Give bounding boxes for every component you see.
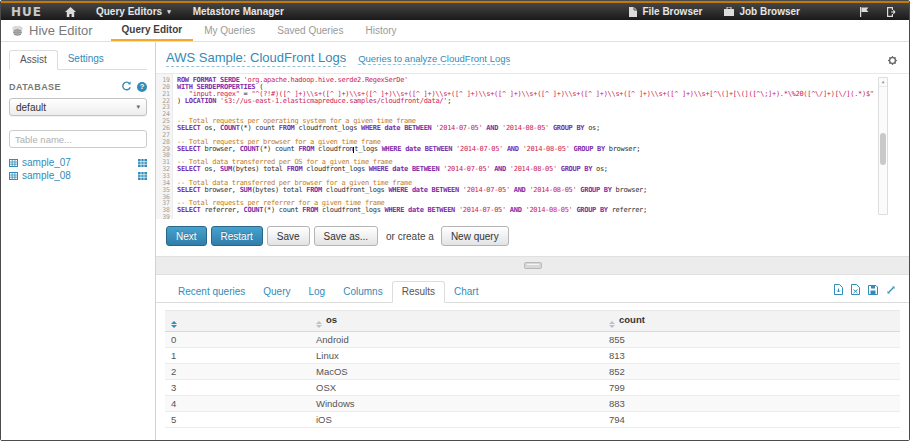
briefcase-icon — [724, 7, 734, 16]
table-filter-input[interactable] — [9, 130, 147, 148]
code-token: WHERE — [369, 165, 389, 173]
table-item-sample-07[interactable]: sample_07 — [9, 156, 147, 169]
results-table-body: 0Android8551Linux8132MacOS8523OSX7994Win… — [165, 332, 900, 428]
tab-saved-queries[interactable]: Saved Queries — [266, 20, 354, 41]
table-cell: 4 — [165, 396, 310, 412]
nav-file-browser[interactable]: File Browser — [618, 3, 713, 20]
restart-button[interactable]: Restart — [211, 226, 263, 246]
nav-query-editors[interactable]: Query Editors ▾ — [85, 3, 182, 20]
code-token: os; — [592, 165, 608, 173]
code-token: 's3://us-east-1.elasticmapreduce.samples… — [220, 97, 447, 105]
code-token: cloudfront_logs — [322, 186, 389, 194]
query-title[interactable]: AWS Sample: CloudFront Logs — [166, 50, 346, 67]
tab-my-queries[interactable]: My Queries — [193, 20, 266, 41]
tab-chart[interactable]: Chart — [445, 282, 487, 302]
code-line[interactable]: SELECT referrer, COUNT(*) count FROM clo… — [177, 207, 909, 214]
tab-log[interactable]: Log — [300, 282, 335, 302]
table-row[interactable]: 4Windows883 — [165, 396, 900, 412]
content-area: Assist Settings DATABASE ? default ▾ sam… — [1, 42, 909, 440]
code-token: AND — [494, 165, 506, 173]
tab-recent-queries[interactable]: Recent queries — [169, 282, 254, 302]
tab-query-editor[interactable]: Query Editor — [111, 20, 194, 41]
column-header-os[interactable]: os — [310, 311, 603, 332]
table-list: sample_07 sample_08 — [9, 156, 147, 182]
scrollbar-thumb[interactable] — [880, 133, 886, 165]
code-token: os, — [201, 165, 221, 173]
or-create-label: or create a — [386, 231, 434, 242]
table-item-sample-08[interactable]: sample_08 — [9, 169, 147, 182]
logout-button[interactable] — [878, 3, 909, 20]
code-token: FROM — [298, 145, 314, 153]
expand-results-button[interactable] — [886, 285, 896, 295]
home-button[interactable] — [56, 3, 85, 20]
code-token: '2014-08-05' — [526, 206, 573, 214]
tab-columns[interactable]: Columns — [334, 282, 391, 302]
table-row[interactable]: 1Linux813 — [165, 348, 900, 364]
code-token: date — [412, 186, 428, 194]
code-token: cloudfront_logs — [302, 165, 369, 173]
table-cell: 1 — [165, 348, 310, 364]
results-panel: Recent queries Query Log Columns Results… — [156, 275, 909, 440]
database-select[interactable]: default ▾ — [9, 98, 147, 116]
download-xls-button[interactable] — [851, 284, 860, 295]
table-row[interactable]: 3OSX799 — [165, 380, 900, 396]
code-line[interactable]: SELECT browser, SUM(bytes) total FROM cl… — [177, 187, 909, 194]
next-button[interactable]: Next — [166, 226, 207, 246]
tab-settings[interactable]: Settings — [58, 50, 114, 69]
code-token: '2014-07-05' — [435, 124, 482, 132]
code-token: GROUP BY — [553, 124, 584, 132]
tab-query[interactable]: Query — [254, 282, 299, 302]
code-token: t_logs — [354, 145, 381, 153]
tab-assist[interactable]: Assist — [9, 50, 58, 70]
code-line[interactable]: SELECT os, SUM(bytes) total FROM cloudfr… — [177, 166, 909, 173]
settings-gear-button[interactable] — [888, 51, 897, 69]
tab-history[interactable]: History — [354, 20, 407, 41]
help-icon[interactable]: ? — [137, 82, 147, 92]
code-token: FROM — [287, 165, 303, 173]
top-navbar: HUE Query Editors ▾ Metastore Manager Fi… — [1, 1, 909, 20]
nav-job-browser[interactable]: Job Browser — [713, 3, 811, 20]
nav-metastore-manager[interactable]: Metastore Manager — [182, 3, 295, 20]
table-browse-icon[interactable] — [138, 172, 147, 180]
query-header: AWS Sample: CloudFront Logs Queries to a… — [156, 42, 909, 74]
code-line[interactable]: ROW FORMAT SERDE 'org.apache.hadoop.hive… — [177, 77, 909, 84]
save-button[interactable]: Save — [267, 226, 310, 246]
table-cell: Windows — [310, 396, 603, 412]
code-token: BETWEEN — [425, 145, 452, 153]
refresh-button[interactable] — [121, 81, 132, 92]
new-query-button[interactable]: New query — [441, 226, 509, 246]
query-description[interactable]: Queries to analyze CloudFront Logs — [358, 53, 510, 65]
download-csv-button[interactable] — [834, 284, 843, 295]
table-row[interactable]: 5iOS794 — [165, 412, 900, 428]
resize-handle[interactable] — [524, 262, 542, 269]
code-token: SELECT — [177, 145, 201, 153]
code-token: date — [392, 165, 408, 173]
save-results-button[interactable] — [868, 285, 878, 295]
code-line[interactable] — [177, 214, 909, 219]
save-as-button[interactable]: Save as... — [314, 226, 378, 246]
code-line[interactable]: SELECT browser, COUNT(*) count FROM clou… — [177, 146, 909, 153]
editor-scrollbar[interactable]: ▲ — [878, 77, 888, 215]
column-header-count[interactable]: count — [603, 311, 900, 332]
file-icon — [629, 7, 637, 17]
scrollbar-up-arrow-icon[interactable]: ▲ — [879, 78, 887, 87]
table-row[interactable]: 0Android855 — [165, 332, 900, 348]
table-icon — [9, 172, 18, 180]
flag-button[interactable] — [851, 3, 878, 20]
table-cell: Linux — [310, 348, 603, 364]
editor-code[interactable]: ROW FORMAT SERDE 'org.apache.hadoop.hive… — [173, 74, 909, 219]
code-token: COUNT — [220, 124, 240, 132]
refresh-icon — [121, 81, 132, 92]
hue-logo[interactable]: HUE — [1, 5, 56, 19]
code-token: BETWEEN — [432, 186, 459, 194]
tab-results[interactable]: Results — [392, 281, 445, 303]
code-token: browser, — [201, 186, 240, 194]
app-title-link[interactable]: Hive Editor — [1, 20, 111, 41]
table-row[interactable]: 2MacOS852 — [165, 364, 900, 380]
code-line[interactable]: ) LOCATION 's3://us-east-1.elasticmapred… — [177, 98, 909, 105]
table-browse-icon[interactable] — [138, 159, 147, 167]
code-line[interactable]: SELECT os, COUNT(*) count FROM cloudfron… — [177, 125, 909, 132]
select-caret-icon: ▾ — [136, 103, 140, 111]
code-line[interactable] — [177, 104, 909, 111]
column-header-index[interactable] — [165, 311, 310, 332]
